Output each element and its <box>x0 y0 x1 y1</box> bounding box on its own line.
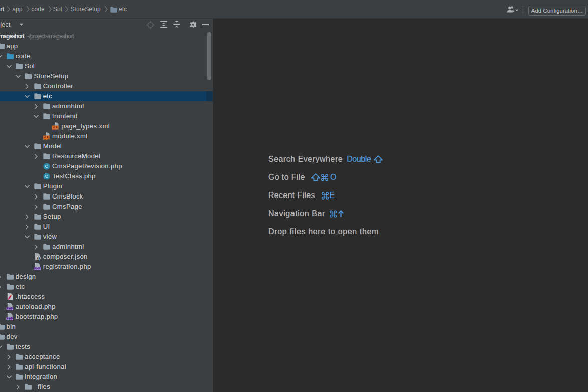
svg-text:PHP: PHP <box>7 317 14 320</box>
svg-text:C: C <box>45 173 49 179</box>
svg-text:PHP: PHP <box>34 267 41 270</box>
svg-text:PHP: PHP <box>7 307 14 310</box>
svg-text:{}: {} <box>37 256 40 260</box>
svg-text:C: C <box>45 163 49 169</box>
